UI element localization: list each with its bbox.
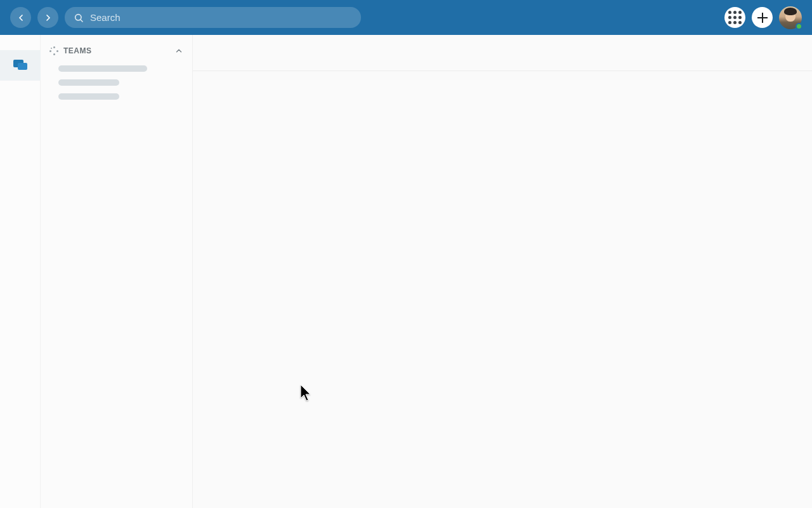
chevron-left-icon	[16, 13, 26, 23]
apps-grid-icon	[728, 11, 742, 24]
svg-line-1	[81, 20, 82, 22]
search-box[interactable]	[65, 7, 361, 28]
sidebar: TEAMS	[41, 35, 193, 508]
main-content	[193, 35, 812, 508]
nav-back-button[interactable]	[10, 7, 31, 28]
create-button[interactable]	[752, 7, 773, 28]
chat-bubbles-icon	[13, 60, 27, 71]
plus-icon	[757, 13, 768, 23]
chevron-up-icon	[174, 46, 183, 55]
chevron-right-icon	[43, 13, 53, 23]
skeleton-line	[58, 79, 119, 86]
nav-rail	[0, 35, 41, 508]
search-icon	[74, 13, 84, 23]
profile-menu[interactable]	[779, 6, 802, 29]
loading-spinner-icon	[49, 46, 58, 55]
nav-forward-button[interactable]	[37, 7, 58, 28]
skeleton-line	[58, 65, 147, 72]
sidebar-section-teams[interactable]: TEAMS	[41, 43, 192, 59]
search-input[interactable]	[90, 12, 352, 23]
presence-indicator	[796, 23, 802, 30]
rail-item-chat[interactable]	[0, 50, 41, 81]
sidebar-loading-skeleton	[41, 59, 192, 100]
apps-button[interactable]	[724, 7, 745, 28]
sidebar-section-label: TEAMS	[63, 46, 92, 55]
app-body: TEAMS	[0, 35, 812, 508]
skeleton-line	[58, 93, 119, 100]
content-divider	[193, 70, 812, 71]
top-bar	[0, 0, 812, 35]
